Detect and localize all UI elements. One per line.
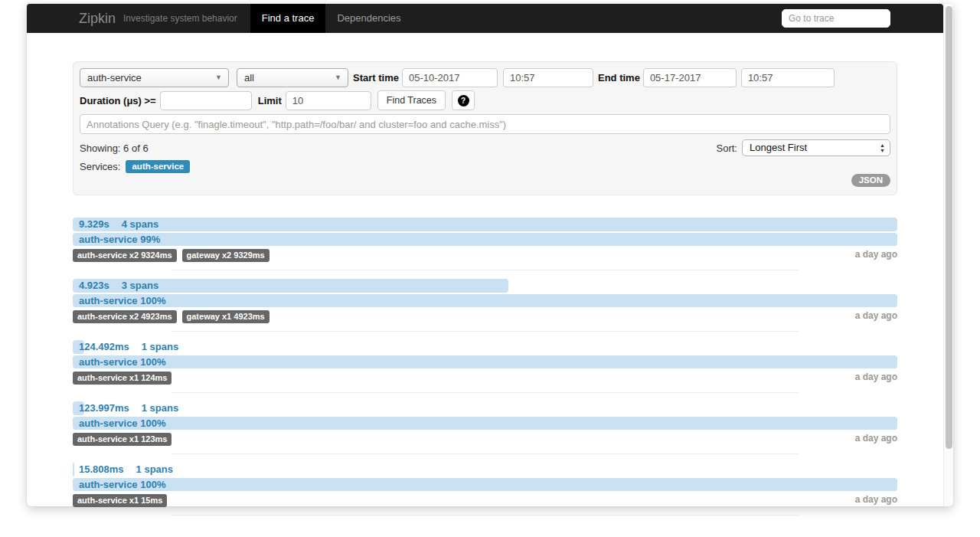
- trace-duration-text: 9.329s4 spans: [73, 218, 897, 231]
- trace-row: 4.923s3 spans auth-service 100% auth-ser…: [73, 279, 897, 332]
- trace-tags: auth-service x1 15ms: [73, 494, 172, 507]
- service-tag-badge: auth-service x1 15ms: [73, 494, 167, 507]
- duration-input[interactable]: [160, 91, 252, 110]
- trace-row: 9.329s4 spans auth-service 99% auth-serv…: [73, 218, 897, 270]
- trace-divider: [172, 331, 799, 332]
- services-row: Services: auth-service: [80, 160, 890, 173]
- trace-tags-row: auth-service x1 124ms a day ago: [73, 372, 897, 385]
- trace-tags-row: auth-service x2 9324msgateway x2 9329ms …: [73, 249, 897, 262]
- trace-duration-text: 123.997ms1 spans: [73, 401, 897, 415]
- limit-input[interactable]: [286, 91, 371, 110]
- trace-tags-row: auth-service x1 123ms a day ago: [73, 433, 897, 446]
- trace-duration-bar[interactable]: 123.997ms1 spans: [73, 401, 897, 415]
- trace-service-summary-bar[interactable]: auth-service 100%: [73, 417, 897, 430]
- end-time-label: End time: [598, 72, 640, 83]
- trace-duration: 9.329s: [79, 218, 109, 230]
- service-tag-badge: auth-service x2 9324ms: [73, 249, 177, 262]
- trace-duration-bar[interactable]: 9.329s4 spans: [73, 218, 897, 231]
- navbar: Zipkin Investigate system behavior Find …: [27, 4, 943, 33]
- trace-duration-text: 4.923s3 spans: [73, 279, 897, 293]
- sort-control: Sort: Longest First ▲▼: [717, 139, 890, 156]
- trace-row: 124.492ms1 spans auth-service 100% auth-…: [73, 340, 897, 393]
- scrollbar-thumb[interactable]: [946, 6, 952, 449]
- duration-label: Duration (μs) >=: [80, 95, 156, 106]
- json-button[interactable]: JSON: [851, 174, 890, 187]
- trace-age: a day ago: [855, 372, 897, 382]
- tab-find-a-trace[interactable]: Find a trace: [250, 4, 326, 33]
- service-tag-badge: gateway x1 4923ms: [182, 310, 270, 323]
- span-select[interactable]: all ▼: [237, 68, 348, 87]
- main-content: auth-service ▼ all ▼ Start time End time…: [73, 33, 897, 524]
- trace-duration-text: 124.492ms1 spans: [73, 340, 897, 354]
- span-select-value: all: [244, 72, 254, 83]
- service-tag-badge: auth-service x1 123ms: [73, 433, 172, 446]
- goto-trace-input[interactable]: [782, 9, 890, 28]
- chevron-down-icon: ▼: [215, 69, 222, 87]
- trace-tags-row: auth-service x1 15ms a day ago: [73, 494, 897, 507]
- trace-row: 123.997ms1 spans auth-service 100% auth-…: [73, 401, 897, 454]
- trace-duration: 15.808ms: [79, 463, 124, 475]
- trace-span-count: 1 spans: [142, 341, 178, 352]
- search-panel: auth-service ▼ all ▼ Start time End time…: [73, 61, 897, 195]
- trace-duration-bar[interactable]: 4.923s3 spans: [73, 279, 897, 293]
- sort-label: Sort:: [717, 142, 737, 154]
- trace-tags: auth-service x1 124ms: [73, 372, 177, 385]
- trace-duration-bar[interactable]: 124.492ms1 spans: [73, 340, 897, 354]
- trace-duration: 4.923s: [79, 280, 109, 291]
- page-scrollbar[interactable]: [943, 4, 953, 506]
- start-date-input[interactable]: [402, 68, 498, 87]
- filter-row-1: auth-service ▼ all ▼ Start time End time: [80, 68, 890, 87]
- trace-duration: 124.492ms: [79, 341, 129, 352]
- trace-service-summary-bar[interactable]: auth-service 100%: [73, 355, 897, 368]
- trace-row: 15.808ms1 spans auth-service 100% auth-s…: [73, 463, 897, 516]
- trace-duration: 123.997ms: [79, 402, 129, 414]
- annotations-query-input[interactable]: [80, 114, 890, 134]
- service-select-value: auth-service: [87, 72, 142, 83]
- service-tag-badge: auth-service x2 4923ms: [73, 310, 177, 323]
- end-clock-input[interactable]: [741, 68, 835, 87]
- trace-service-summary-bar[interactable]: auth-service 100%: [73, 478, 897, 491]
- trace-duration-text: 15.808ms1 spans: [73, 463, 897, 476]
- help-button[interactable]: ?: [452, 90, 475, 110]
- filter-row-2: Duration (μs) >= Limit Find Traces ?: [80, 90, 890, 110]
- showing-count: Showing: 6 of 6: [80, 142, 149, 154]
- zipkin-brand: Zipkin: [79, 11, 116, 27]
- trace-list: 9.329s4 spans auth-service 99% auth-serv…: [73, 218, 897, 516]
- trace-service-summary-bar[interactable]: auth-service 100%: [73, 294, 897, 307]
- trace-divider: [172, 270, 799, 270]
- trace-age: a day ago: [855, 494, 897, 505]
- trace-tags: auth-service x2 4923msgateway x1 4923ms: [73, 310, 275, 323]
- sort-select-value: Longest First: [750, 142, 807, 153]
- trace-tags-row: auth-service x2 4923msgateway x1 4923ms …: [73, 310, 897, 323]
- service-badge: auth-service: [126, 160, 190, 173]
- end-date-input[interactable]: [643, 68, 737, 87]
- trace-divider: [172, 515, 799, 516]
- service-select[interactable]: auth-service ▼: [80, 68, 229, 87]
- trace-duration-bar[interactable]: 15.808ms1 spans: [73, 463, 897, 476]
- browser-window: Zipkin Investigate system behavior Find …: [27, 4, 953, 506]
- service-tag-badge: gateway x2 9329ms: [182, 249, 270, 262]
- trace-span-count: 1 spans: [136, 463, 173, 475]
- trace-span-count: 1 spans: [142, 402, 178, 414]
- find-traces-button[interactable]: Find Traces: [377, 90, 446, 110]
- trace-service-summary-bar[interactable]: auth-service 99%: [73, 233, 897, 246]
- chevron-down-icon: ▼: [335, 69, 341, 87]
- trace-span-count: 3 spans: [122, 280, 158, 291]
- sort-select[interactable]: Longest First ▲▼: [742, 139, 890, 156]
- trace-divider: [172, 392, 799, 393]
- trace-tags: auth-service x2 9324msgateway x2 9329ms: [73, 249, 275, 262]
- start-time-label: Start time: [353, 72, 399, 83]
- up-down-arrows-icon: ▲▼: [880, 142, 885, 153]
- trace-divider: [172, 454, 799, 454]
- json-row: JSON: [80, 174, 890, 187]
- tab-dependencies[interactable]: Dependencies: [325, 4, 412, 33]
- question-mark-icon: ?: [458, 95, 469, 106]
- trace-span-count: 4 spans: [122, 218, 158, 230]
- limit-label: Limit: [258, 95, 282, 106]
- results-summary-row: Showing: 6 of 6 Sort: Longest First ▲▼: [80, 139, 890, 156]
- service-tag-badge: auth-service x1 124ms: [73, 372, 172, 385]
- navbar-tagline: Investigate system behavior: [123, 13, 237, 24]
- start-clock-input[interactable]: [503, 68, 593, 87]
- trace-age: a day ago: [855, 249, 897, 260]
- trace-tags: auth-service x1 123ms: [73, 433, 177, 446]
